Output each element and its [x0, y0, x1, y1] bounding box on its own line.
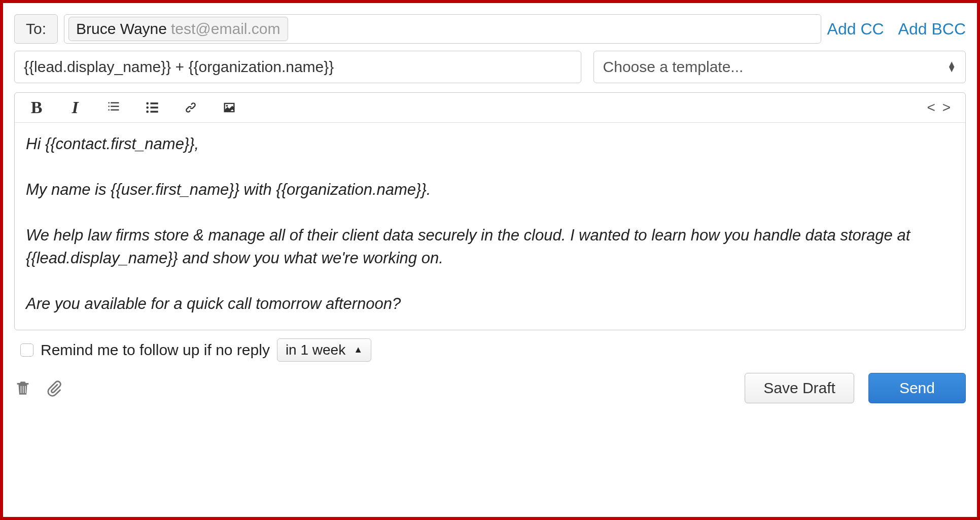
reminder-checkbox[interactable] — [20, 343, 33, 357]
source-toggle-button[interactable]: < > — [927, 99, 952, 116]
reminder-interval-select[interactable]: in 1 week ▲ — [277, 338, 371, 362]
cc-links: Add CC Add BCC — [827, 20, 966, 39]
subject-row: Choose a template... ▲▼ — [14, 51, 966, 83]
footer-row: Save Draft Send — [14, 373, 966, 403]
italic-button[interactable]: I — [66, 99, 84, 116]
subject-input[interactable] — [14, 51, 581, 83]
svg-rect-5 — [151, 111, 158, 113]
bold-button[interactable]: B — [28, 99, 45, 116]
save-draft-button[interactable]: Save Draft — [745, 373, 854, 403]
svg-rect-4 — [151, 107, 158, 109]
reminder-label: Remind me to follow up if no reply — [41, 341, 270, 359]
add-cc-link[interactable]: Add CC — [827, 20, 884, 39]
recipient-email: test@email.com — [171, 20, 281, 38]
to-label: To: — [14, 14, 58, 44]
image-icon — [222, 100, 236, 115]
ordered-list-button[interactable] — [105, 99, 122, 116]
trash-icon[interactable] — [14, 378, 31, 398]
send-button[interactable]: Send — [868, 373, 966, 403]
email-body[interactable]: Hi {{contact.first_name}}, My name is {{… — [15, 123, 965, 330]
template-select[interactable]: Choose a template... ▲▼ — [593, 51, 966, 83]
to-row: To: Bruce Wayne test@email.com Add CC Ad… — [14, 14, 966, 44]
svg-point-6 — [226, 105, 228, 107]
editor-toolbar: B I < > — [15, 93, 965, 123]
to-field[interactable]: Bruce Wayne test@email.com — [64, 14, 821, 44]
add-bcc-link[interactable]: Add BCC — [898, 20, 966, 39]
link-icon — [184, 100, 198, 115]
reminder-interval-value: in 1 week — [286, 342, 345, 358]
compose-email-panel: To: Bruce Wayne test@email.com Add CC Ad… — [0, 0, 980, 520]
svg-point-2 — [146, 111, 149, 113]
template-placeholder: Choose a template... — [603, 58, 744, 76]
unordered-list-icon — [145, 100, 159, 115]
select-arrows-icon: ▲▼ — [947, 62, 956, 72]
svg-point-0 — [146, 102, 149, 105]
unordered-list-button[interactable] — [144, 99, 161, 116]
image-button[interactable] — [221, 99, 238, 116]
svg-rect-3 — [151, 102, 158, 105]
caret-up-icon: ▲ — [354, 344, 363, 355]
svg-point-1 — [146, 107, 149, 109]
reminder-row: Remind me to follow up if no reply in 1 … — [20, 338, 966, 362]
recipient-name: Bruce Wayne — [76, 20, 167, 38]
ordered-list-icon — [107, 100, 121, 115]
recipient-chip[interactable]: Bruce Wayne test@email.com — [68, 17, 288, 41]
link-button[interactable] — [182, 99, 199, 116]
paperclip-icon[interactable] — [46, 378, 63, 398]
editor: B I < > Hi {{contact.first_name}}, My na… — [14, 92, 966, 330]
